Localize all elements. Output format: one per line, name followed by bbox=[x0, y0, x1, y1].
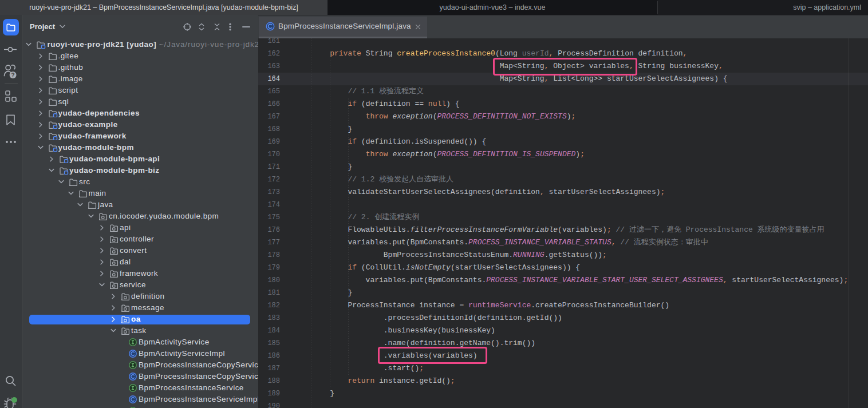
svg-text:?: ? bbox=[11, 72, 15, 78]
